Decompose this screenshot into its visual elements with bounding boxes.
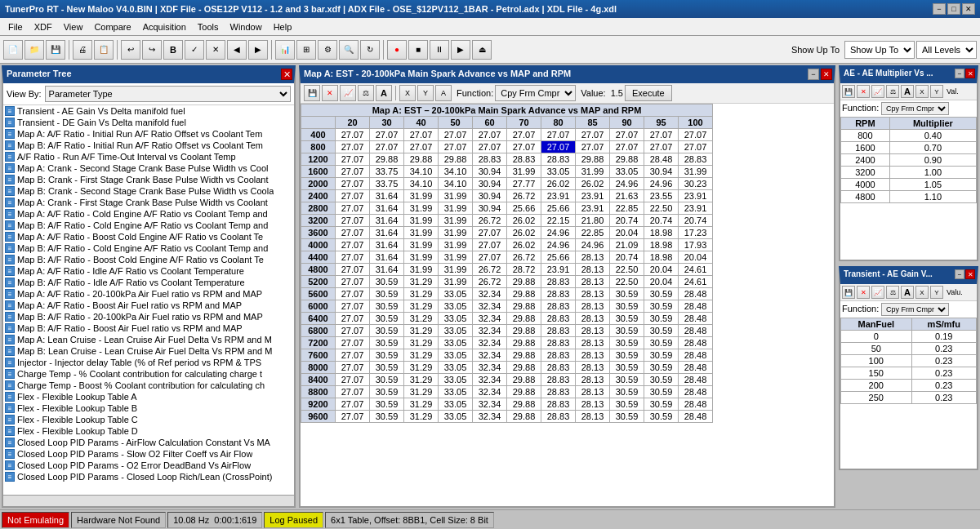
map-cell[interactable]: 30.59	[610, 325, 644, 337]
tree-item[interactable]: ≡Map A: A/F Ratio - 20-100kPa Air Fuel r…	[3, 288, 294, 300]
map-cell[interactable]: 30.59	[644, 411, 679, 423]
right-button[interactable]: ▶	[248, 40, 268, 60]
map-cell[interactable]: 28.13	[576, 313, 610, 325]
table-button[interactable]: ⊞	[296, 40, 316, 60]
map-cell[interactable]: 28.83	[541, 362, 576, 374]
map-cell[interactable]: 31.64	[370, 190, 404, 202]
tr-min-btn[interactable]: −	[955, 269, 964, 279]
map-cell[interactable]: 31.29	[404, 362, 439, 374]
map-cell[interactable]: 23.55	[644, 190, 679, 202]
map-cell[interactable]: 20.04	[610, 227, 644, 239]
gear-button[interactable]: ⚙	[318, 40, 337, 60]
tree-item[interactable]: ≡Closed Loop PID Params - Slow O2 Filter…	[3, 448, 294, 460]
close-button[interactable]: ✕	[962, 3, 975, 15]
map-cell[interactable]: 28.48	[679, 313, 713, 325]
map-cell[interactable]: 22.50	[610, 264, 644, 276]
menu-window[interactable]: Window	[225, 18, 267, 35]
map-close-button[interactable]: ✕	[821, 69, 832, 80]
ae-chart-btn[interactable]: 📈	[871, 85, 884, 98]
map-cell[interactable]: 27.07	[439, 129, 473, 141]
tree-item[interactable]: ≡Closed Loop PID Params - O2 Error DeadB…	[3, 460, 294, 471]
map-cell[interactable]: 20.04	[644, 276, 679, 288]
map-cell[interactable]: 27.07	[576, 129, 610, 141]
map-cell[interactable]: 31.99	[439, 202, 473, 215]
map-cell[interactable]: 30.59	[370, 337, 404, 349]
map-cell[interactable]: 26.02	[507, 239, 541, 251]
map-cell[interactable]: 31.64	[370, 202, 404, 215]
map-cell[interactable]: 27.07	[644, 141, 679, 153]
view-by-select[interactable]: Parameter Type	[45, 86, 291, 102]
map-cell[interactable]: 31.99	[439, 215, 473, 227]
map-cell[interactable]: 28.48	[679, 386, 713, 398]
map-cell[interactable]: 25.66	[541, 251, 576, 264]
menu-acquisition[interactable]: Acquisition	[138, 18, 191, 35]
map-cell[interactable]: 33.05	[439, 300, 473, 313]
map-cell[interactable]: 31.99	[404, 227, 439, 239]
map-cell[interactable]: 31.99	[439, 264, 473, 276]
pause-button[interactable]: ⏸	[430, 40, 449, 60]
map-save-btn[interactable]: 💾	[304, 85, 320, 101]
ae-x-btn[interactable]: ✕	[857, 85, 870, 98]
map-cell[interactable]: 32.34	[473, 288, 507, 300]
map-cell[interactable]: 31.64	[370, 239, 404, 251]
map-cell[interactable]: 28.83	[541, 411, 576, 423]
map-cell[interactable]: 28.13	[576, 362, 610, 374]
map-cell[interactable]: 33.05	[439, 374, 473, 386]
map-cell[interactable]: 28.13	[576, 386, 610, 398]
tree-item[interactable]: ≡Flex - Flexible Lookup Table D	[3, 425, 294, 437]
record-button[interactable]: ●	[387, 40, 407, 60]
copy-button[interactable]: 📋	[94, 40, 114, 60]
tree-item[interactable]: ≡Map B: Lean Cruise - Lean Cruise Air Fu…	[3, 345, 294, 357]
map-cell[interactable]: 29.88	[507, 386, 541, 398]
map-cell[interactable]: 33.75	[370, 166, 404, 178]
map-cell[interactable]: 31.64	[370, 264, 404, 276]
new-button[interactable]: 📄	[3, 40, 23, 60]
map-cell[interactable]: 25.66	[541, 202, 576, 215]
map-cell[interactable]: 27.07	[610, 141, 644, 153]
map-cell[interactable]: 27.07	[336, 325, 370, 337]
eject-button[interactable]: ⏏	[472, 40, 492, 60]
map-cell[interactable]: 28.83	[541, 386, 576, 398]
map-cell[interactable]: 29.88	[507, 276, 541, 288]
map-cell[interactable]: 34.10	[439, 166, 473, 178]
map-cell[interactable]: 32.34	[473, 313, 507, 325]
map-cell[interactable]: 27.07	[404, 141, 439, 153]
map-cell[interactable]: 27.07	[473, 129, 507, 141]
map-cell[interactable]: 27.07	[473, 251, 507, 264]
map-cell[interactable]: 28.13	[576, 276, 610, 288]
map-cell[interactable]: 31.29	[404, 288, 439, 300]
map-cell[interactable]: 30.59	[610, 362, 644, 374]
map-cell[interactable]: 27.07	[507, 129, 541, 141]
tree-item[interactable]: ≡Map A: Lean Cruise - Lean Cruise Air Fu…	[3, 334, 294, 345]
map-cell[interactable]: 18.98	[644, 227, 679, 239]
map-cell[interactable]: 27.07	[336, 251, 370, 264]
map-cell[interactable]: 24.96	[644, 178, 679, 190]
map-cell[interactable]: 27.07	[336, 227, 370, 239]
map-cell[interactable]: 27.07	[336, 178, 370, 190]
tr-scale-btn[interactable]: ⚖	[886, 286, 899, 299]
map-cell[interactable]: 27.07	[336, 141, 370, 153]
map-cell[interactable]: 31.99	[576, 166, 610, 178]
map-cell[interactable]: 28.48	[679, 325, 713, 337]
map-cell[interactable]: 27.07	[679, 141, 713, 153]
map-cell[interactable]: 31.99	[404, 215, 439, 227]
tree-item[interactable]: ≡Flex - Flexible Lookup Table C	[3, 414, 294, 425]
map-cell[interactable]: 30.59	[610, 313, 644, 325]
ae-save-btn[interactable]: 💾	[842, 85, 855, 98]
map-cell[interactable]: 30.59	[370, 398, 404, 411]
map-cell[interactable]: 28.83	[541, 276, 576, 288]
map-cell[interactable]: 30.59	[610, 386, 644, 398]
map-cell[interactable]: 27.07	[370, 141, 404, 153]
map-cell[interactable]: 28.83	[473, 153, 507, 166]
tree-item[interactable]: ≡Flex - Flexible Lookup Table B	[3, 402, 294, 414]
map-cell[interactable]: 22.50	[644, 202, 679, 215]
map-cell[interactable]: 28.13	[576, 349, 610, 362]
map-cell[interactable]: 32.34	[473, 374, 507, 386]
stop-button[interactable]: ■	[408, 40, 428, 60]
map-cell[interactable]: 30.59	[610, 288, 644, 300]
tree-item[interactable]: ≡A/F Ratio - Run A/F Time-Out Interval v…	[3, 151, 294, 162]
param-tree-close-button[interactable]: ✕	[281, 69, 292, 80]
map-cell[interactable]: 27.07	[404, 129, 439, 141]
map-cell[interactable]: 30.59	[644, 398, 679, 411]
map-cell[interactable]: 33.05	[439, 349, 473, 362]
